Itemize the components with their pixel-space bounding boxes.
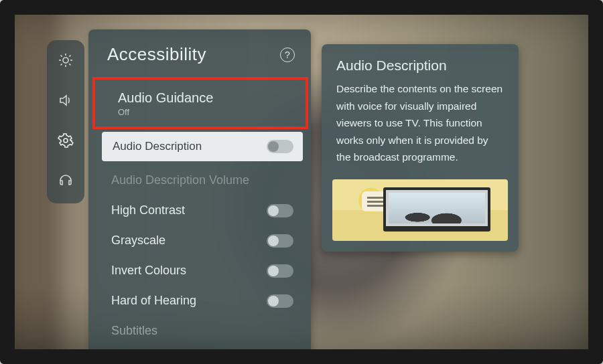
item-audio-description-volume: Audio Description Volume bbox=[88, 165, 311, 195]
toggle-audio-description[interactable] bbox=[267, 140, 293, 153]
svg-point-0 bbox=[63, 58, 68, 63]
item-audio-description[interactable]: Audio Description bbox=[102, 132, 303, 161]
support-icon[interactable] bbox=[52, 167, 79, 194]
panel-header: Accessibility ? bbox=[88, 29, 311, 77]
item-label: Audio Guidance bbox=[118, 90, 213, 106]
detail-title: Audio Description bbox=[322, 44, 519, 80]
brightness-icon[interactable] bbox=[52, 47, 79, 74]
item-label: Audio Description Volume bbox=[111, 173, 249, 187]
item-label: Audio Description bbox=[113, 140, 202, 153]
detail-body: Describe the contents on the screen with… bbox=[322, 80, 519, 175]
sound-icon[interactable] bbox=[52, 87, 79, 114]
item-hard-of-hearing[interactable]: Hard of Hearing bbox=[88, 286, 311, 316]
tv-illustration bbox=[383, 187, 490, 232]
item-high-contrast[interactable]: High Contrast bbox=[88, 195, 311, 225]
settings-category-rail bbox=[47, 40, 84, 203]
help-icon[interactable]: ? bbox=[280, 48, 295, 62]
item-audio-guidance[interactable]: Audio Guidance Off bbox=[92, 77, 308, 129]
svg-line-5 bbox=[61, 56, 62, 57]
item-text: Audio Guidance Off bbox=[118, 90, 213, 117]
settings-icon[interactable] bbox=[52, 127, 79, 154]
item-label: High Contrast bbox=[111, 203, 185, 217]
svg-line-7 bbox=[61, 64, 62, 65]
svg-point-9 bbox=[64, 139, 68, 143]
item-value: Off bbox=[118, 107, 213, 117]
svg-line-6 bbox=[69, 64, 70, 65]
item-label: Hard of Hearing bbox=[111, 294, 196, 308]
item-label: Invert Colours bbox=[111, 264, 186, 278]
item-invert-colours[interactable]: Invert Colours bbox=[88, 256, 311, 286]
detail-illustration bbox=[332, 179, 508, 241]
svg-line-8 bbox=[69, 56, 70, 57]
item-grayscale[interactable]: Grayscale bbox=[88, 225, 311, 256]
accessibility-panel: Accessibility ? Audio Guidance Off Audio… bbox=[88, 29, 311, 364]
toggle-high-contrast[interactable] bbox=[267, 204, 293, 217]
settings-list: Audio Guidance Off Audio Description Aud… bbox=[88, 77, 311, 346]
toggle-grayscale[interactable] bbox=[267, 234, 293, 248]
panel-title: Accessibility bbox=[107, 44, 206, 65]
toggle-invert-colours[interactable] bbox=[267, 264, 293, 278]
item-subtitles[interactable]: Subtitles bbox=[88, 316, 311, 346]
item-label: Grayscale bbox=[111, 234, 165, 248]
toggle-hard-of-hearing[interactable] bbox=[267, 294, 293, 308]
detail-card: Audio Description Describe the contents … bbox=[322, 44, 519, 252]
item-label: Subtitles bbox=[111, 324, 157, 338]
